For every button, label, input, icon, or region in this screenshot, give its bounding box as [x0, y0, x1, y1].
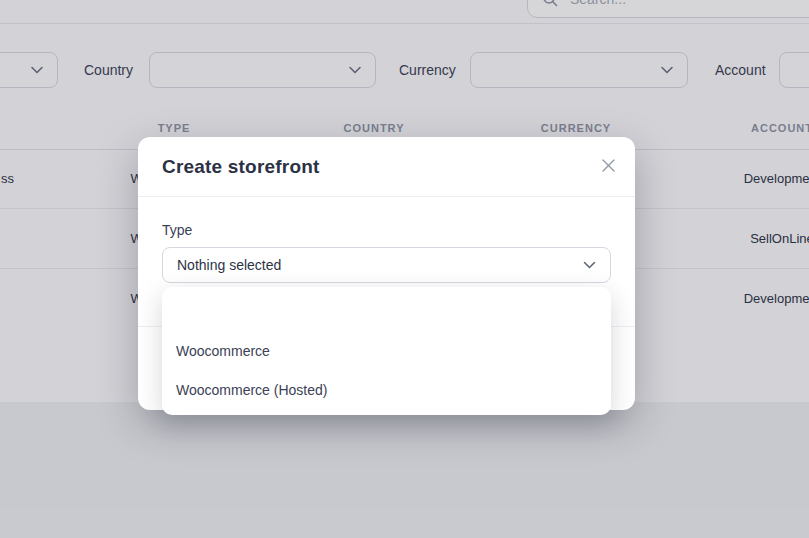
close-icon	[601, 158, 616, 176]
dropdown-option-woocommerce[interactable]: Woocommerce	[162, 331, 611, 370]
type-field-label: Type	[162, 222, 611, 238]
close-button[interactable]	[596, 155, 620, 179]
chevron-down-icon	[583, 261, 596, 269]
type-select[interactable]: Nothing selected	[162, 247, 611, 283]
create-storefront-modal: Create storefront Type Nothing selected …	[138, 137, 635, 410]
modal-title: Create storefront	[162, 156, 320, 178]
modal-body: Type Nothing selected	[138, 197, 635, 283]
type-select-value: Nothing selected	[177, 257, 583, 273]
dropdown-option-woocommerce-hosted[interactable]: Woocommerce (Hosted)	[162, 370, 611, 409]
dropdown-option-empty[interactable]	[162, 287, 611, 331]
modal-header: Create storefront	[138, 137, 635, 197]
app-window: Search... Country Currency Account TYPE …	[0, 0, 809, 538]
type-select-dropdown: Woocommerce Woocommerce (Hosted)	[162, 287, 611, 415]
